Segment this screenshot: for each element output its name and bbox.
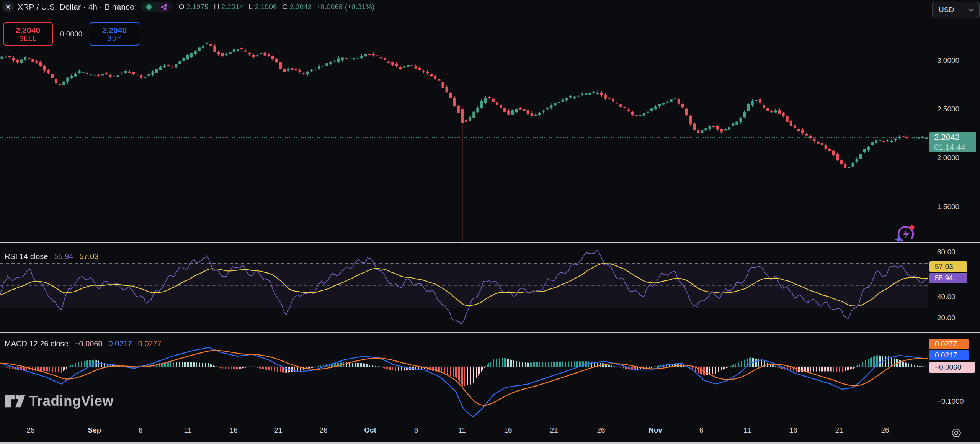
price-tick: 2.5000 [937, 105, 959, 113]
macd-axis-min: −0.1000 [937, 397, 964, 406]
currency-label: USD [939, 6, 969, 14]
open-label: O [179, 3, 185, 11]
rsi-legend[interactable]: RSI 14 close 55.94 57.03 [5, 252, 99, 261]
time-axis-label: 21 [550, 426, 558, 434]
sell-button[interactable]: 2.2040 SELL [3, 22, 53, 46]
time-axis-label: 6 [414, 426, 418, 434]
current-price-value: 2.2042 [934, 133, 976, 143]
rsi-indicator-pane[interactable] [0, 243, 928, 332]
rsi-value: 55.94 [54, 252, 73, 261]
time-axis-label: 26 [597, 426, 605, 434]
bar-countdown: 01:14:44 [934, 143, 976, 152]
macd-line-value: 0.0217 [109, 339, 132, 348]
timezone-settings-icon[interactable] [950, 427, 962, 441]
pane-separator[interactable] [0, 424, 980, 424]
open-value: 2.1975 [186, 3, 209, 11]
symbol-header: ✕ XRP / U.S. Dollar · 4h · Binance O 2.1… [2, 1, 374, 13]
time-axis-label: 26 [881, 426, 889, 434]
time-axis-label: 6 [699, 426, 704, 434]
indicator-value-label: −0.0060 [929, 362, 975, 373]
close-label: C [282, 3, 287, 11]
price-tick: 1.5000 [937, 203, 959, 211]
time-axis-label: 16 [789, 426, 797, 434]
macd-signal-value: 0.0277 [138, 339, 162, 348]
time-axis-label: 16 [229, 426, 237, 434]
time-axis-label: Oct [364, 426, 376, 434]
rsi-tick: 20.00 [937, 314, 956, 322]
sell-label: SELL [19, 35, 36, 42]
high-value: 2.2314 [221, 3, 243, 11]
symbol-title[interactable]: XRP / U.S. Dollar · 4h · Binance [18, 2, 134, 11]
indicator-value-label: 0.0217 [929, 350, 969, 360]
trade-panel: 2.2040 SELL 0.0000 2.2040 BUY [3, 22, 139, 46]
time-axis-label: Sep [88, 426, 101, 434]
low-label: L [249, 3, 253, 11]
currency-selector[interactable]: USD [932, 2, 980, 18]
high-label: H [214, 3, 219, 11]
tradingview-logo-icon [5, 395, 25, 408]
macd-legend[interactable]: MACD 12 26 close −0.0060 0.0217 0.0277 [5, 339, 162, 348]
time-axis-label: 21 [835, 426, 843, 434]
buy-label: BUY [107, 35, 121, 42]
buy-price: 2.2040 [102, 26, 127, 35]
ohlc-readout: O 2.1975 H 2.2314 L 2.1906 C 2.2042 +0.0… [179, 3, 374, 11]
watermark-text: TradingView [29, 393, 114, 409]
xrp-logo-icon[interactable]: ✕ [2, 1, 14, 13]
time-axis-label: 11 [743, 426, 751, 434]
rsi-tick: 80.00 [937, 248, 956, 256]
time-axis-label: 16 [504, 426, 512, 434]
network-share-icon [160, 3, 168, 11]
status-pill[interactable] [141, 2, 172, 12]
market-status-icon [146, 4, 152, 10]
time-axis-label: 11 [458, 426, 466, 434]
spark-lightning-icon[interactable] [894, 222, 917, 247]
time-axis-label: 21 [274, 426, 282, 434]
macd-hist-value: −0.0060 [75, 339, 103, 348]
time-axis-label: 6 [139, 426, 143, 434]
tradingview-chart-widget: ✕ XRP / U.S. Dollar · 4h · Binance O 2.1… [0, 0, 980, 444]
price-tick: 2.0000 [937, 154, 959, 162]
indicator-value-label: 55.94 [929, 273, 967, 283]
low-value: 2.1906 [255, 3, 277, 11]
widget-bottom-edge [0, 442, 980, 444]
chevron-down-icon [969, 8, 974, 12]
price-tick: 3.0000 [937, 56, 959, 65]
pane-separator[interactable] [0, 242, 980, 243]
macd-title: MACD 12 26 close [5, 339, 69, 348]
time-axis-label: Nov [648, 426, 662, 434]
pane-separator[interactable] [0, 332, 980, 333]
rsi-title: RSI 14 close [5, 252, 48, 261]
spread-value: 0.0000 [53, 30, 90, 38]
change-value: +0.0068 (+0.31%) [316, 3, 374, 11]
indicator-value-label: 57.03 [929, 261, 967, 272]
tradingview-watermark: TradingView [5, 393, 114, 409]
time-axis-label: 25 [26, 426, 34, 434]
buy-button[interactable]: 2.2040 BUY [90, 22, 139, 46]
rsi-ma-value: 57.03 [79, 252, 98, 261]
current-price-label: 2.2042 01:14:44 [929, 132, 976, 152]
sell-price: 2.2040 [16, 26, 40, 35]
close-value: 2.2042 [289, 3, 312, 11]
indicator-value-label: 0.0277 [929, 339, 969, 349]
rsi-tick: 40.00 [937, 293, 956, 301]
time-axis-label: 11 [184, 426, 191, 434]
time-axis-label: 26 [319, 426, 327, 434]
